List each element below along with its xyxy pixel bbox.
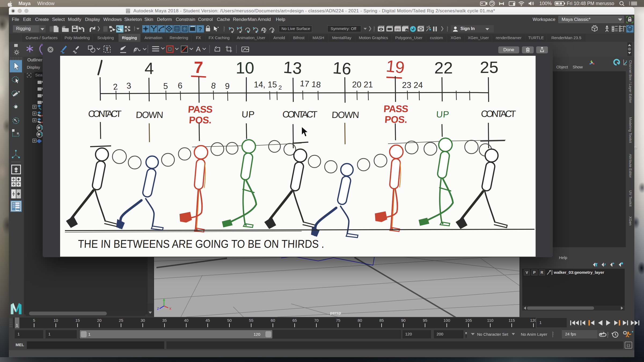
svg-text:23 24: 23 24 [402, 80, 423, 90]
svg-text:20 21: 20 21 [352, 80, 373, 89]
svg-text:x: x [169, 306, 171, 311]
svg-text:50: 50 [227, 318, 232, 323]
svg-text:2: 2 [112, 82, 118, 92]
svg-text:CONTACT: CONTACT [282, 109, 318, 119]
svg-text:3: 3 [126, 81, 131, 91]
svg-text:15: 15 [75, 318, 80, 323]
svg-text:8: 8 [210, 81, 216, 91]
svg-text:25: 25 [480, 58, 499, 76]
svg-text:7: 7 [194, 58, 203, 76]
svg-text:30: 30 [141, 318, 145, 323]
svg-text:10: 10 [54, 318, 58, 323]
svg-text:?: ? [198, 26, 202, 32]
svg-text:1: 1 [16, 323, 18, 327]
svg-text:6: 6 [178, 81, 182, 90]
svg-text:105: 105 [465, 318, 472, 323]
svg-text:17 18: 17 18 [300, 79, 321, 89]
svg-text:MA: MA [127, 11, 129, 13]
svg-text:14, 15: 14, 15 [254, 80, 277, 89]
svg-text:POS.: POS. [384, 114, 407, 125]
svg-text:DOWN: DOWN [136, 110, 163, 120]
svg-text:T: T [106, 47, 109, 52]
svg-text:60: 60 [271, 318, 275, 323]
svg-text:75: 75 [336, 318, 341, 323]
svg-text:20: 20 [97, 318, 102, 323]
svg-text:9: 9 [225, 82, 229, 91]
svg-text:UP: UP [436, 109, 449, 119]
svg-text:CONTACT: CONTACT [88, 109, 122, 119]
svg-text:PASS: PASS [383, 103, 409, 114]
svg-text:THE IN BETWEENS ARE GOING: THE IN BETWEENS ARE GOING TO BE ON THIRD… [78, 238, 325, 250]
svg-text:115: 115 [508, 318, 515, 323]
svg-text:45: 45 [206, 318, 210, 323]
svg-text:UP: UP [241, 109, 255, 119]
svg-text:persp: persp [330, 311, 341, 315]
svg-text:5: 5 [33, 318, 35, 323]
svg-text:85: 85 [379, 318, 384, 323]
svg-text:5: 5 [163, 82, 168, 91]
svg-text:55: 55 [249, 318, 254, 323]
svg-text:CONTACT: CONTACT [481, 109, 516, 119]
svg-text:80: 80 [358, 318, 362, 323]
svg-text:4: 4 [145, 59, 154, 77]
svg-text:90: 90 [401, 318, 406, 323]
svg-text:16: 16 [332, 58, 352, 78]
svg-text:25: 25 [119, 318, 123, 323]
svg-text:A: A [196, 45, 201, 53]
svg-text:120: 120 [530, 318, 536, 323]
svg-text:{;}: {;} [627, 343, 630, 347]
svg-text:65: 65 [292, 318, 297, 323]
svg-text:35: 35 [162, 318, 167, 323]
svg-text:POS.: POS. [189, 114, 212, 125]
svg-text:70: 70 [314, 318, 319, 323]
svg-text:PASS: PASS [188, 104, 213, 115]
svg-text:2: 2 [279, 84, 282, 91]
svg-text:40: 40 [184, 318, 189, 323]
svg-text:IPR: IPR [396, 28, 400, 31]
svg-text:z: z [157, 306, 159, 311]
svg-text:DOWN: DOWN [331, 110, 359, 120]
svg-text:110: 110 [487, 318, 493, 323]
svg-text:22: 22 [434, 58, 453, 77]
svg-text:10: 10 [236, 58, 254, 77]
svg-text:13: 13 [283, 58, 303, 78]
svg-text:95: 95 [423, 318, 427, 323]
svg-text:100: 100 [443, 318, 450, 323]
svg-text:19: 19 [385, 57, 405, 77]
